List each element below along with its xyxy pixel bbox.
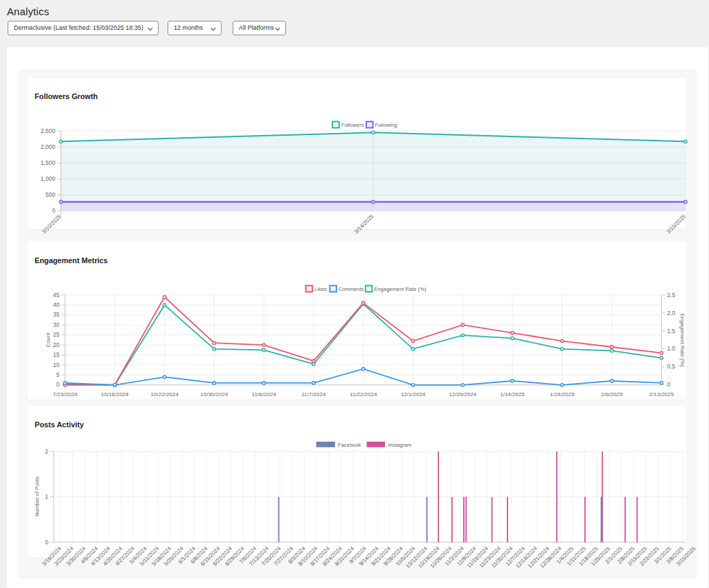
svg-text:25: 25 bbox=[53, 331, 60, 338]
svg-text:10/16/2024: 10/16/2024 bbox=[101, 391, 129, 398]
svg-text:0: 0 bbox=[45, 539, 48, 546]
svg-text:7/23/2024: 7/23/2024 bbox=[53, 391, 78, 398]
svg-text:11/6/2024: 11/6/2024 bbox=[252, 391, 277, 398]
svg-text:3/15/2025: 3/15/2025 bbox=[665, 213, 688, 235]
svg-text:2,500: 2,500 bbox=[41, 127, 56, 134]
svg-text:Number of Posts: Number of Posts bbox=[34, 476, 40, 517]
svg-text:12/1/2024: 12/1/2024 bbox=[401, 391, 426, 398]
svg-text:2,000: 2,000 bbox=[41, 143, 56, 150]
svg-text:Count: Count bbox=[45, 332, 51, 348]
svg-text:11/7/2024: 11/7/2024 bbox=[301, 391, 326, 398]
svg-text:Facebook: Facebook bbox=[338, 442, 361, 448]
svg-text:1,500: 1,500 bbox=[41, 159, 56, 166]
svg-text:0.5: 0.5 bbox=[667, 363, 675, 370]
svg-text:1.0: 1.0 bbox=[667, 345, 675, 352]
svg-text:1,000: 1,000 bbox=[41, 175, 56, 182]
svg-text:12/29/2024: 12/29/2024 bbox=[449, 391, 477, 398]
svg-text:Engagement Rate (%): Engagement Rate (%) bbox=[374, 286, 427, 292]
svg-text:10: 10 bbox=[53, 362, 60, 368]
svg-text:10/22/2024: 10/22/2024 bbox=[151, 391, 179, 398]
svg-text:3/14/2025: 3/14/2025 bbox=[353, 213, 375, 235]
svg-text:2.0: 2.0 bbox=[667, 310, 675, 317]
svg-text:2: 2 bbox=[45, 448, 48, 455]
svg-text:5: 5 bbox=[56, 371, 60, 378]
svg-text:10/30/2024: 10/30/2024 bbox=[200, 391, 228, 398]
svg-text:1/24/2025: 1/24/2025 bbox=[550, 391, 575, 398]
svg-text:Followers: Followers bbox=[341, 122, 364, 128]
svg-text:2.5: 2.5 bbox=[667, 292, 675, 299]
svg-text:2/13/2025: 2/13/2025 bbox=[649, 391, 674, 398]
svg-text:40: 40 bbox=[53, 301, 60, 308]
svg-text:500: 500 bbox=[46, 191, 55, 198]
svg-text:20: 20 bbox=[53, 341, 60, 348]
svg-text:30: 30 bbox=[53, 321, 60, 328]
svg-text:0: 0 bbox=[667, 381, 670, 388]
svg-text:35: 35 bbox=[53, 311, 60, 318]
svg-text:1.5: 1.5 bbox=[667, 328, 675, 335]
svg-text:Instagram: Instagram bbox=[388, 442, 412, 448]
svg-text:Engagement Rate (%): Engagement Rate (%) bbox=[679, 313, 685, 367]
svg-text:3/10/2025: 3/10/2025 bbox=[41, 213, 63, 235]
svg-text:11/22/2024: 11/22/2024 bbox=[350, 391, 377, 398]
svg-text:Following: Following bbox=[375, 122, 397, 128]
svg-text:15: 15 bbox=[53, 351, 60, 358]
svg-text:2/6/2025: 2/6/2025 bbox=[601, 391, 623, 398]
svg-text:45: 45 bbox=[53, 292, 60, 299]
svg-text:Likes: Likes bbox=[314, 286, 327, 292]
svg-text:Comments: Comments bbox=[339, 286, 364, 292]
svg-text:0: 0 bbox=[52, 207, 55, 214]
svg-text:1/14/2025: 1/14/2025 bbox=[500, 391, 525, 398]
svg-text:1: 1 bbox=[45, 493, 48, 500]
svg-text:0: 0 bbox=[56, 381, 60, 388]
